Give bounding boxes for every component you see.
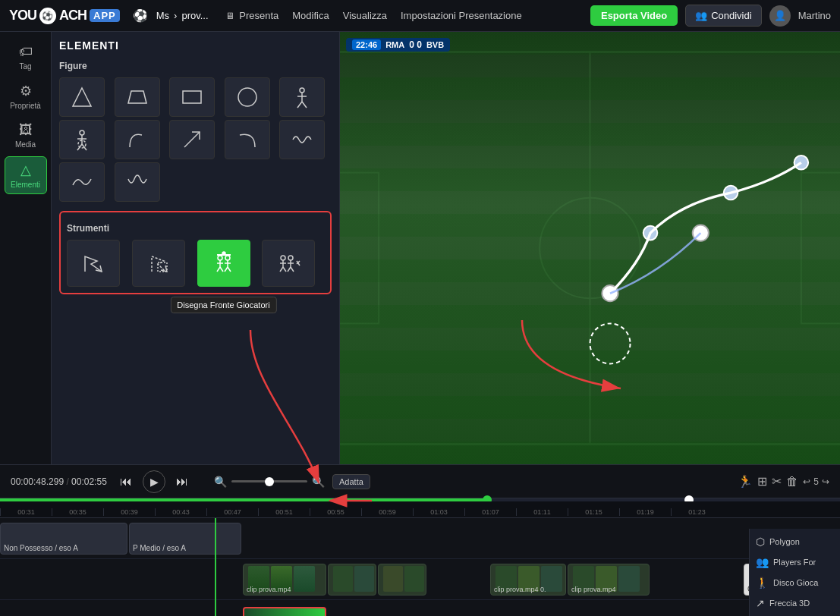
ruler-tick: 00:31 bbox=[0, 508, 52, 516]
tool-players[interactable] bbox=[262, 240, 315, 287]
score-team1: RMA bbox=[385, 40, 404, 49]
tool-draw-front[interactable]: Disegna Fronte Giocatori bbox=[197, 240, 250, 287]
rp-item-players-for[interactable]: 👥 Players For bbox=[750, 552, 840, 572]
ruler-tick: 00:47 bbox=[206, 508, 258, 516]
svg-line-20 bbox=[217, 267, 220, 272]
panel-title: ELEMENTI bbox=[59, 39, 332, 52]
share-button[interactable]: 👥 Condividi bbox=[685, 5, 761, 27]
clip-p-medio[interactable]: P Medio / eso A bbox=[129, 523, 241, 555]
undo-redo: ↩ 5 ↪ bbox=[803, 476, 829, 487]
svg-point-4 bbox=[300, 88, 304, 93]
rp-item-polygon[interactable]: ⬡ Polygon bbox=[750, 532, 840, 552]
elements-icon: △ bbox=[20, 162, 31, 178]
ruler-tick: 00:35 bbox=[52, 508, 103, 516]
zoom-slider[interactable] bbox=[231, 480, 307, 482]
shape-rectangle[interactable] bbox=[169, 77, 215, 117]
fit-button[interactable]: Adatta bbox=[332, 474, 370, 489]
svg-line-26 bbox=[228, 267, 231, 272]
sidebar-label-tag: Tag bbox=[19, 62, 31, 71]
sidebar-label-media: Media bbox=[15, 140, 36, 149]
clip-non-possesso[interactable]: Non Possesso / eso A bbox=[0, 523, 127, 555]
clip-label: P Medio / eso A bbox=[133, 544, 186, 552]
sidebar-label-properties: Proprietà bbox=[10, 102, 41, 110]
sidebar-item-elements[interactable]: △ Elementi bbox=[5, 156, 47, 194]
svg-line-8 bbox=[302, 102, 307, 108]
track-row-tools: ✏ Strumenti ◀ bbox=[0, 600, 840, 616]
shape-person2[interactable] bbox=[59, 120, 105, 159]
shape-arrow-diagonal[interactable] bbox=[169, 120, 215, 159]
breadcrumb-prov[interactable]: prov... bbox=[181, 10, 208, 21]
score-bar: 22:46 RMA 0 0 BVB bbox=[346, 38, 450, 52]
media-icon: 🖼 bbox=[19, 122, 33, 138]
rp-item-freccia-3d[interactable]: ↗ Freccia 3D bbox=[750, 593, 840, 613]
timeline-area: 00:00:48.299 / 00:02:55 ⏮ ▶ ⏭ 🔍 🔍 Adatta… bbox=[0, 464, 840, 616]
clip-prova-4[interactable]: clip prova.mp4 0. bbox=[490, 564, 566, 596]
export-video-button[interactable]: Esporta Video bbox=[590, 5, 678, 26]
shape-curve-right[interactable] bbox=[225, 120, 270, 159]
clip-strumenti[interactable]: ✏ Strumenti ◀ bbox=[243, 607, 326, 617]
undo-button[interactable]: ↩ bbox=[803, 476, 810, 487]
cut-icon[interactable]: ✂ bbox=[772, 474, 782, 489]
ruler-tick: 00:43 bbox=[155, 508, 206, 516]
logo-app-badge: APP bbox=[90, 9, 120, 22]
ruler-tick: 01:15 bbox=[568, 508, 619, 516]
nav-visualizza[interactable]: Visualizza bbox=[343, 10, 387, 21]
ruler-tick: 01:19 bbox=[619, 508, 671, 516]
players-for-icon: 👥 bbox=[756, 556, 769, 568]
shape-wave-path[interactable] bbox=[59, 162, 105, 202]
share-icon: 👥 bbox=[695, 10, 707, 21]
username: Martino bbox=[798, 10, 831, 21]
ruler-tick: 01:23 bbox=[671, 508, 722, 516]
svg-point-17 bbox=[218, 256, 222, 260]
shape-curve-left[interactable] bbox=[115, 120, 160, 159]
nav-modifica[interactable]: Modifica bbox=[292, 10, 329, 21]
breadcrumb: Ms › prov... bbox=[156, 10, 209, 21]
svg-line-32 bbox=[283, 267, 286, 272]
ruler-tick: 00:51 bbox=[258, 508, 310, 516]
svg-line-31 bbox=[280, 267, 283, 272]
nav-impostazioni[interactable]: Impostazioni Presentazione bbox=[401, 10, 522, 21]
clip-prova-3[interactable] bbox=[378, 564, 426, 596]
shape-trapezoid[interactable] bbox=[115, 77, 160, 117]
clip-prova-1[interactable]: clip prova.mp4 bbox=[243, 564, 326, 596]
layout-icon: ⊞ bbox=[757, 474, 767, 489]
run-icon: 🏃 bbox=[738, 474, 753, 489]
logo-ball-icon: ⚽ bbox=[39, 8, 56, 24]
shape-circle[interactable] bbox=[225, 77, 270, 117]
svg-point-9 bbox=[80, 130, 84, 135]
polygon-icon: ⬡ bbox=[756, 536, 765, 548]
nav-presenta[interactable]: 🖥 Presenta bbox=[225, 10, 279, 21]
sidebar-item-media[interactable]: 🖼 Media bbox=[5, 118, 47, 153]
sidebar-item-properties[interactable]: ⚙ Proprietà bbox=[5, 78, 47, 115]
tool-lasso[interactable] bbox=[67, 240, 120, 287]
playhead bbox=[215, 518, 216, 616]
tool-select-area[interactable] bbox=[132, 240, 185, 287]
delete-icon[interactable]: 🗑 bbox=[786, 475, 798, 489]
zoom-controls: 🔍 🔍 bbox=[214, 476, 325, 488]
sidebar-item-tag[interactable]: 🏷 Tag bbox=[5, 39, 47, 75]
shape-triangle[interactable] bbox=[59, 77, 105, 117]
skip-back-button[interactable]: ⏮ bbox=[117, 473, 135, 490]
shape-person-standing[interactable] bbox=[279, 77, 325, 117]
score-team2: BVB bbox=[426, 40, 444, 49]
skip-forward-button[interactable]: ⏭ bbox=[173, 473, 191, 490]
ruler-ticks: 00:31 00:35 00:39 00:43 00:47 00:51 00:5… bbox=[0, 508, 722, 517]
clip-label: clip prova.mp4 bbox=[247, 586, 291, 593]
zoom-in-icon: 🔍 bbox=[312, 476, 325, 488]
shape-wavy[interactable] bbox=[279, 120, 325, 159]
ruler-tick: 00:39 bbox=[103, 508, 155, 516]
clip-prova-2[interactable] bbox=[328, 564, 376, 596]
clip-label: clip prova.mp4 0. bbox=[494, 586, 546, 593]
timeline-tools: 🏃 ⊞ ✂ 🗑 ↩ 5 ↪ bbox=[738, 474, 829, 489]
breadcrumb-ms[interactable]: Ms bbox=[156, 10, 169, 21]
sidebar-label-elements: Elementi bbox=[11, 181, 40, 189]
svg-point-27 bbox=[222, 252, 225, 255]
track-row-video: clip prova.mp4 bbox=[0, 559, 840, 600]
play-button[interactable]: ▶ bbox=[143, 470, 165, 493]
redo-button[interactable]: ↪ bbox=[822, 476, 829, 487]
top-nav: YOU ⚽ ACH APP ⚽ Ms › prov... 🖥 Presenta … bbox=[0, 0, 840, 32]
rp-item-disco-gioca[interactable]: 🚶 Disco Gioca bbox=[750, 573, 840, 592]
clip-prova-5[interactable]: clip prova.mp4 bbox=[568, 564, 650, 596]
shape-zigzag[interactable] bbox=[115, 162, 160, 202]
track-content-tools: ✏ Strumenti ◀ bbox=[0, 603, 840, 617]
